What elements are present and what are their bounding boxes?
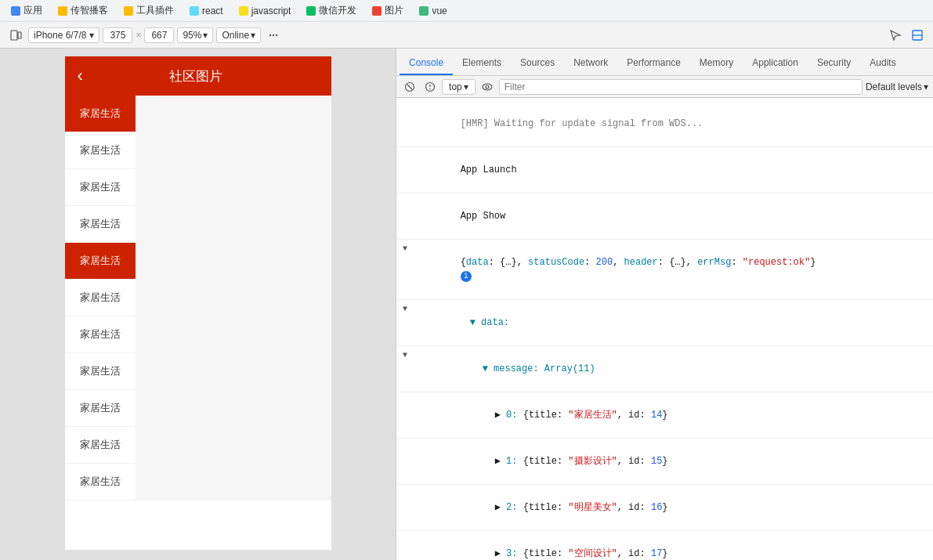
phone-header: ‹ 社区图片 xyxy=(65,56,331,96)
object-summary-text: {data: {…}, statusCode: 200, header: {…}… xyxy=(461,257,816,268)
svg-point-3 xyxy=(273,34,274,35)
device-selector[interactable]: iPhone 6/7/8 ▾ xyxy=(28,27,99,43)
console-line-show1: App Show xyxy=(396,193,933,240)
item-1-val: {title: "摄影设计", id: 15} xyxy=(523,456,668,467)
top-selector-value: top xyxy=(449,81,462,92)
tab-audits[interactable]: Audits xyxy=(860,52,905,75)
nav-item-1[interactable]: 家居生活 xyxy=(65,132,136,169)
top-selector-dropdown-icon: ▾ xyxy=(464,81,468,92)
side-nav: 家居生活 家居生活 家居生活 家居生活 家居生活 家居生活 家居生活 家居生活 … xyxy=(65,96,136,500)
console-array-item-3[interactable]: ▶ 3: {title: "空间设计", id: 17} xyxy=(396,531,933,560)
bookmark-vue-icon xyxy=(419,6,429,16)
bookmark-wx-icon xyxy=(306,6,316,16)
bookmark-tools[interactable]: 工具插件 xyxy=(119,2,179,19)
tab-memory[interactable]: Memory xyxy=(690,52,743,75)
console-array-item-2[interactable]: ▶ 2: {title: "明星美女", id: 16} xyxy=(396,485,933,531)
svg-point-2 xyxy=(269,34,271,35)
phone-screen: ‹ 社区图片 家居生活 家居生活 家居生活 家居生活 家居生活 家居生活 家居生… xyxy=(65,56,331,550)
default-levels-selector[interactable]: Default levels ▾ xyxy=(866,81,928,92)
more-options-icon[interactable] xyxy=(264,26,283,45)
filter-input[interactable] xyxy=(499,79,862,95)
bookmark-vue[interactable]: vue xyxy=(414,4,451,18)
phone-content: 家居生活 家居生活 家居生活 家居生活 家居生活 家居生活 家居生活 家居生活 … xyxy=(65,96,331,500)
svg-point-4 xyxy=(276,34,277,35)
device-name: iPhone 6/7/8 xyxy=(34,30,86,41)
console-toolbar: top ▾ Default levels ▾ xyxy=(396,76,933,98)
item-0-val: {title: "家居生活", id: 14} xyxy=(523,410,668,421)
bookmark-tools-icon xyxy=(124,6,133,16)
network-dropdown-icon: ▾ xyxy=(251,30,255,41)
tab-console[interactable]: Console xyxy=(400,52,453,75)
console-array-item-0[interactable]: ▶ 0: {title: "家居生活", id: 14} xyxy=(396,392,933,439)
eye-icon[interactable] xyxy=(479,78,496,96)
bookmark-img-icon xyxy=(372,6,382,16)
device-dropdown-icon: ▾ xyxy=(89,30,94,41)
bookmark-react-icon xyxy=(190,6,199,16)
devtools-tabs: Console Elements Sources Network Perform… xyxy=(396,49,933,76)
nav-item-2[interactable]: 家居生活 xyxy=(65,169,136,206)
item-3-val: {title: "空间设计", id: 17} xyxy=(523,548,668,559)
item-1-key: 1: xyxy=(506,456,523,467)
item-3-arrow: ▶ xyxy=(495,548,506,559)
top-selector[interactable]: top ▾ xyxy=(442,79,476,95)
zoom-selector[interactable]: 95% ▾ xyxy=(177,27,213,43)
tab-sources[interactable]: Sources xyxy=(511,52,564,75)
nav-item-6[interactable]: 家居生活 xyxy=(65,316,136,353)
bookmark-js[interactable]: javascript xyxy=(234,4,296,18)
tab-performance[interactable]: Performance xyxy=(617,52,690,75)
bookmark-vue-label: vue xyxy=(432,5,447,16)
devtools-panel: Console Elements Sources Network Perform… xyxy=(396,49,933,560)
item-2-val: {title: "明星美女", id: 16} xyxy=(523,502,668,513)
bookmark-img-label: 图片 xyxy=(385,4,403,17)
tab-application[interactable]: Application xyxy=(743,52,808,75)
info-icon[interactable]: i xyxy=(461,271,472,282)
nav-item-9[interactable]: 家居生活 xyxy=(65,427,136,464)
console-array-item-1[interactable]: ▶ 1: {title: "摄影设计", id: 15} xyxy=(396,439,933,485)
nav-item-4[interactable]: 家居生活 xyxy=(65,243,136,280)
svg-point-11 xyxy=(429,88,431,89)
nav-item-0[interactable]: 家居生活 xyxy=(65,96,136,132)
console-drawer-icon[interactable] xyxy=(908,26,927,45)
console-line-object[interactable]: {data: {…}, statusCode: 200, header: {…}… xyxy=(396,240,933,300)
nav-item-10[interactable]: 家居生活 xyxy=(65,464,136,500)
svg-rect-0 xyxy=(11,31,17,40)
content-area xyxy=(136,96,331,500)
data-label: ▼ data: xyxy=(470,317,509,328)
tab-security[interactable]: Security xyxy=(808,52,860,75)
clear-console-button[interactable] xyxy=(401,78,418,96)
tab-elements[interactable]: Elements xyxy=(453,52,511,75)
bookmark-wx[interactable]: 微信开发 xyxy=(302,2,361,19)
preserve-log-button[interactable] xyxy=(421,78,439,96)
bookmark-react-label: react xyxy=(202,5,223,16)
console-output[interactable]: [HMR] Waiting for update signal from WDS… xyxy=(396,98,933,560)
bookmark-czkt[interactable]: 传智播客 xyxy=(53,2,113,19)
height-input[interactable] xyxy=(144,27,174,43)
svg-line-8 xyxy=(407,85,412,89)
nav-item-8[interactable]: 家居生活 xyxy=(65,390,136,427)
bookmark-react[interactable]: react xyxy=(185,4,228,18)
toolbar-left: iPhone 6/7/8 ▾ × 95% ▾ Online ▾ xyxy=(6,26,283,45)
bookmark-czkt-label: 传智播客 xyxy=(71,4,108,17)
show1-text: App Show xyxy=(461,211,506,222)
item-0-key: 0: xyxy=(506,410,523,421)
tab-network[interactable]: Network xyxy=(564,52,617,75)
network-value: Online xyxy=(222,30,249,41)
console-line-data[interactable]: ▼ data: xyxy=(396,300,933,346)
nav-item-3[interactable]: 家居生活 xyxy=(65,206,136,243)
device-toggle-icon[interactable] xyxy=(6,26,25,45)
svg-rect-1 xyxy=(18,32,21,38)
size-separator: × xyxy=(136,30,141,41)
bookmark-wx-label: 微信开发 xyxy=(319,4,356,17)
bookmark-app-icon xyxy=(11,6,20,16)
default-levels-label: Default levels xyxy=(866,81,922,92)
network-selector[interactable]: Online ▾ xyxy=(216,27,261,43)
nav-item-5[interactable]: 家居生活 xyxy=(65,280,136,316)
bookmark-img[interactable]: 图片 xyxy=(367,2,408,19)
bookmark-app[interactable]: 应用 xyxy=(6,2,47,19)
width-input[interactable] xyxy=(103,27,132,43)
back-button[interactable]: ‹ xyxy=(78,66,83,86)
launch-text: App Launch xyxy=(461,164,517,175)
console-line-message[interactable]: ▼ message: Array(11) xyxy=(396,346,933,392)
nav-item-7[interactable]: 家居生活 xyxy=(65,353,136,390)
inspect-icon[interactable] xyxy=(886,26,905,45)
